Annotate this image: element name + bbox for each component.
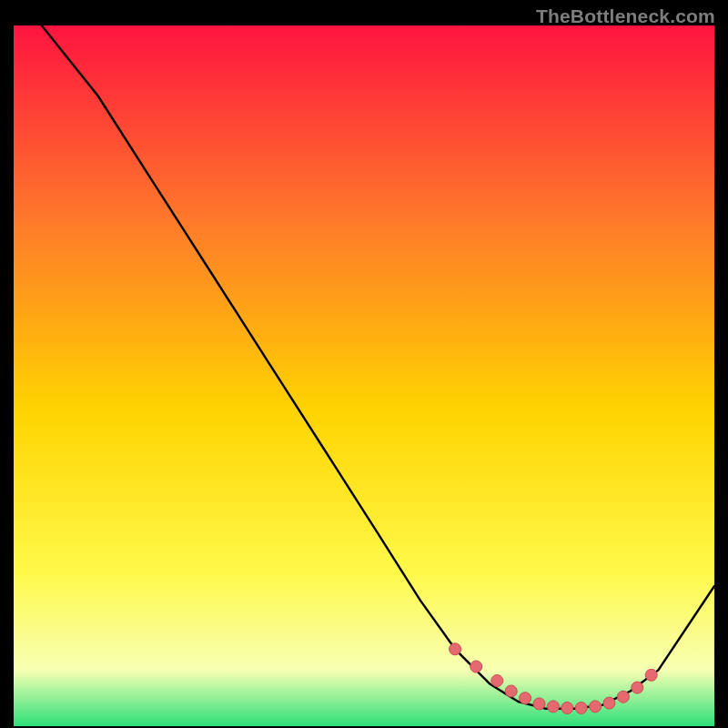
sweet-spot-dot [561,703,573,714]
chart-stage: TheBottleneck.com [0,0,728,728]
sweet-spot-dot [491,675,503,687]
sweet-spot-dot [450,643,461,655]
sweet-spot-dot [533,698,545,710]
plot-area [14,25,714,726]
watermark-text: TheBottleneck.com [536,5,715,27]
sweet-spot-dot [470,661,482,672]
sweet-spot-dot [520,693,531,704]
sweet-spot-dot [575,703,587,714]
sweet-spot-dot [603,697,615,709]
sweet-spot-dot [505,685,517,697]
sweet-spot-dot [547,701,559,713]
sweet-spot-dot [645,669,657,681]
sweet-spot-dot [617,691,629,703]
gradient-bg [14,25,714,726]
sweet-spot-dot [632,682,643,693]
plot-svg [14,25,714,726]
sweet-spot-dot [590,701,602,713]
